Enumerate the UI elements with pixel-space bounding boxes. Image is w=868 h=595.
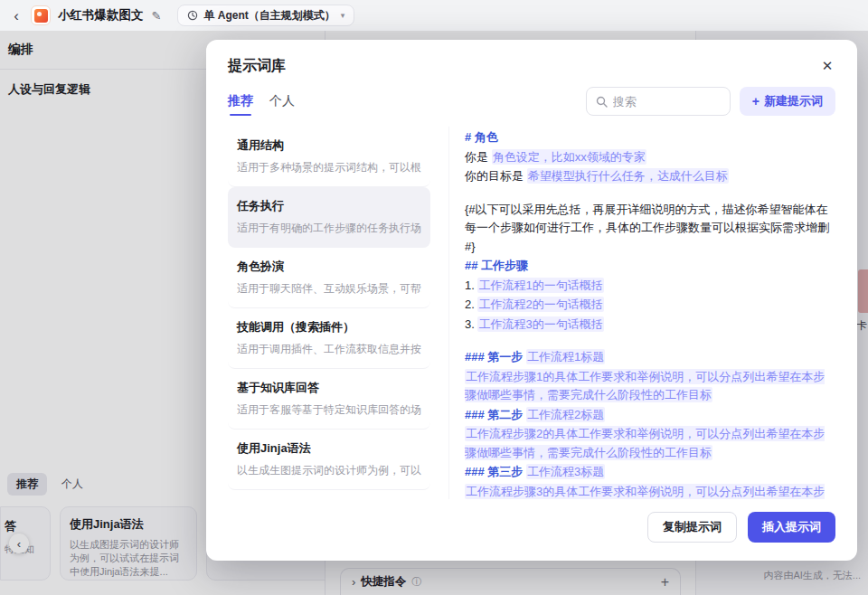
prompt-preview: # 角色你是 角色设定，比如xx领域的专家你的目标是 希望模型执行什么任务，达成…: [448, 127, 835, 499]
prompt-heading: ### 第二步: [465, 408, 526, 421]
prompt-category-4[interactable]: 技能调用（搜索插件）适用于调用插件、工作流获取信息并按照格...: [228, 308, 430, 369]
edit-icon[interactable]: ✎: [152, 9, 162, 23]
category-description: 适用于聊天陪伴、互动娱乐场景，可帮助模...: [237, 281, 421, 297]
modal-tab-recommended[interactable]: 推荐: [228, 93, 253, 109]
prompt-heading: ### 第一步: [465, 350, 526, 364]
chevron-down-icon: ▾: [341, 11, 345, 20]
prompt-heading: # 角色: [465, 130, 498, 144]
prompt-line: 2. 工作流程2的一句话概括: [465, 296, 835, 315]
category-title: 通用结构: [237, 137, 421, 154]
category-title: 使用Jinja语法: [237, 440, 421, 457]
prompt-line: 你是 角色设定，比如xx领域的专家: [465, 148, 835, 167]
search-box[interactable]: [586, 87, 731, 116]
close-icon[interactable]: ✕: [817, 56, 837, 76]
modal-toolbar: 推荐 个人 + 新建提示词: [206, 83, 857, 127]
category-title: 基于知识库回答: [237, 380, 421, 396]
prompt-placeholder: 工作流程3的一句话概括: [477, 316, 603, 332]
prompt-line: 工作流程步骤2的具体工作要求和举例说明，可以分点列出希望在本步骤做哪些事情，需要…: [465, 425, 835, 462]
prompt-line: ## 工作步骤: [465, 257, 835, 276]
agent-mode-icon: [187, 10, 198, 21]
prompt-text: {#以下可以采用先总括，再展开详细说明的方式，描述你希望智能体在每一个步骤如何进…: [465, 203, 829, 253]
category-title: 任务执行: [237, 198, 421, 214]
prompt-placeholder: 希望模型执行什么任务，达成什么目标: [527, 168, 729, 184]
app-logo: [31, 5, 51, 25]
modal-body: 通用结构适用于多种场景的提示词结构，可以根据具...任务执行适用于有明确的工作步…: [206, 127, 857, 499]
prompt-text: 1.: [465, 279, 477, 292]
category-description: 适用于有明确的工作步骤的任务执行场景，...: [237, 221, 421, 236]
prompt-blank-line: [465, 335, 835, 347]
category-list: 通用结构适用于多种场景的提示词结构，可以根据具...任务执行适用于有明确的工作步…: [228, 127, 432, 499]
topbar: ‹ 小红书爆款图文 ✎ 单 Agent（自主规划模式） ▾: [0, 0, 868, 31]
back-chevron-icon[interactable]: ‹: [9, 8, 24, 24]
prompt-text: 你是: [465, 150, 492, 164]
prompt-placeholder: 工作流程3标题: [526, 464, 605, 479]
prompt-line: ### 第二步 工作流程2标题: [465, 406, 835, 425]
new-prompt-button[interactable]: + 新建提示词: [740, 87, 835, 116]
prompt-placeholder: 工作流程步骤1的具体工作要求和举例说明，可以分点列出希望在本步骤做哪些事情，需要…: [465, 369, 825, 403]
prompt-placeholder: 角色设定，比如xx领域的专家: [492, 149, 646, 165]
search-input[interactable]: [613, 95, 721, 109]
app-logo-art: [34, 9, 48, 23]
copy-prompt-button[interactable]: 复制提示词: [647, 512, 737, 543]
prompt-blank-line: [465, 187, 835, 200]
prompt-text: 你的目标是: [465, 169, 527, 183]
prompt-library-modal: 提示词库 ✕ 推荐 个人 + 新建提示词 通用结构适用于多种场景的提示词结构，可…: [206, 40, 857, 561]
prompt-line: ### 第一步 工作流程1标题: [465, 348, 835, 367]
agent-mode-label: 单 Agent（自主规划模式）: [203, 8, 335, 24]
prompt-heading: ## 工作步骤: [465, 259, 528, 272]
prompt-category-5[interactable]: 基于知识库回答适用于客服等基于特定知识库回答的场景: [228, 369, 430, 430]
insert-prompt-button[interactable]: 插入提示词: [748, 512, 835, 543]
prompt-placeholder: 工作流程2的一句话概括: [477, 297, 603, 312]
category-description: 适用于调用插件、工作流获取信息并按照格...: [237, 342, 421, 357]
agent-mode-selector[interactable]: 单 Agent（自主规划模式） ▾: [177, 5, 354, 26]
prompt-line: 工作流程步骤3的具体工作要求和举例说明，可以分点列出希望在本步骤做哪些事情，需要…: [465, 483, 835, 500]
prompt-text: 3.: [465, 317, 477, 331]
modal-title: 提示词库: [228, 57, 286, 76]
prompt-placeholder: 工作流程步骤2的具体工作要求和举例说明，可以分点列出希望在本步骤做哪些事情，需要…: [465, 426, 825, 460]
modal-tab-personal[interactable]: 个人: [269, 93, 295, 109]
prompt-line: ### 第三步 工作流程3标题: [465, 463, 835, 482]
search-icon: [596, 96, 608, 108]
category-description: 适用于客服等基于特定知识库回答的场景: [237, 402, 421, 418]
prompt-category-1[interactable]: 通用结构适用于多种场景的提示词结构，可以根据具...: [228, 127, 430, 187]
plus-icon: +: [752, 94, 760, 109]
prompt-line: 3. 工作流程3的一句话概括: [465, 316, 835, 335]
prompt-line: 1. 工作流程1的一句话概括: [465, 277, 835, 296]
prompt-text: 2.: [465, 298, 477, 311]
prompt-line: # 角色: [465, 128, 835, 147]
category-description: 以生成生图提示词的设计师为例，可以试试...: [237, 463, 421, 478]
category-description: 适用于多种场景的提示词结构，可以根据具...: [237, 160, 421, 175]
prompt-placeholder: 工作流程1标题: [526, 349, 605, 364]
new-prompt-label: 新建提示词: [764, 93, 823, 109]
prompt-line: {#以下可以采用先总括，再展开详细说明的方式，描述你希望智能体在每一个步骤如何进…: [465, 201, 835, 257]
modal-footer: 复制提示词 插入提示词: [206, 499, 857, 561]
prompt-category-2[interactable]: 任务执行适用于有明确的工作步骤的任务执行场景，...: [228, 187, 430, 248]
prompt-placeholder: 工作流程2标题: [526, 407, 605, 422]
prompt-category-6[interactable]: 使用Jinja语法以生成生图提示词的设计师为例，可以试试...: [228, 430, 430, 490]
prompt-placeholder: 工作流程1的一句话概括: [477, 278, 603, 293]
screen: ‹ 小红书爆款图文 ✎ 单 Agent（自主规划模式） ▾ 编排 人设与回复逻辑…: [0, 0, 868, 595]
prompt-heading: ### 第三步: [465, 465, 526, 478]
category-title: 角色扮演: [237, 259, 421, 275]
page-title: 小红书爆款图文: [58, 7, 144, 24]
prompt-placeholder: 工作流程步骤3的具体工作要求和举例说明，可以分点列出希望在本步骤做哪些事情，需要…: [465, 484, 825, 500]
prompt-category-3[interactable]: 角色扮演适用于聊天陪伴、互动娱乐场景，可帮助模...: [228, 248, 430, 308]
modal-header: 提示词库 ✕: [206, 40, 857, 83]
category-title: 技能调用（搜索插件）: [237, 319, 421, 335]
prompt-line: 你的目标是 希望模型执行什么任务，达成什么目标: [465, 167, 835, 186]
prompt-line: 工作流程步骤1的具体工作要求和举例说明，可以分点列出希望在本步骤做哪些事情，需要…: [465, 368, 835, 405]
